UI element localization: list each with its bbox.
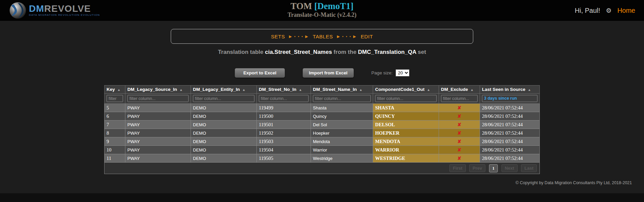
table-row[interactable]: 5 PWAY DEMO 119499 Shasta SHASTA ✘ 28/06… [105, 104, 540, 112]
cell-exclude-x-icon[interactable]: ✘ [439, 146, 480, 154]
copyright-notice: © Copyright by Data Migration Consultant… [516, 180, 632, 185]
col-label: Key [107, 87, 115, 92]
last-seen-status-filter[interactable]: 3 days since run [482, 95, 537, 102]
source-filter-input[interactable] [127, 95, 189, 102]
grid-body: 5 PWAY DEMO 119499 Shasta SHASTA ✘ 28/06… [105, 104, 540, 163]
col-header-dm-exclude[interactable]: DM_Exclude▲ [439, 86, 480, 94]
cell-legacy-source: PWAY [125, 137, 191, 146]
cell-legacy-entity: DEMO [191, 154, 257, 163]
cell-street-name: Hoepker [311, 129, 373, 137]
cell-exclude-x-icon[interactable]: ✘ [439, 104, 480, 112]
table-row[interactable]: 6 PWAY DEMO 119500 Quincy QUINCY ✘ 28/06… [105, 112, 540, 121]
cell-exclude-x-icon[interactable]: ✘ [439, 154, 480, 163]
pagination-prev-button[interactable]: Prev [469, 164, 485, 172]
logo-text: DMREVOLVE DATA MIGRATION REVOLUTION EVOL… [29, 4, 100, 16]
heading-set-name: DMC_Translation_QA [358, 49, 416, 55]
cell-exclude-x-icon[interactable]: ✘ [439, 121, 480, 129]
page-size-label: Page size: [371, 70, 393, 75]
cell-street-no: 119499 [257, 104, 311, 112]
entity-filter-input[interactable] [193, 95, 254, 102]
component-code-filter-input[interactable] [375, 95, 437, 102]
cell-exclude-x-icon[interactable]: ✘ [439, 129, 480, 137]
cell-legacy-source: PWAY [125, 129, 191, 137]
pagination-next-button[interactable]: Next [501, 164, 518, 172]
sort-asc-icon[interactable]: ▲ [299, 88, 302, 92]
cell-last-seen: 28/06/2021 07:52:44 [480, 121, 540, 129]
cell-component-code: QUINCY [373, 112, 439, 121]
sort-asc-icon[interactable]: ▲ [179, 88, 183, 92]
table-row[interactable]: 9 PWAY DEMO 119503 Mendota MENDOTA ✘ 28/… [105, 137, 540, 146]
col-header-last-seen-in-source[interactable]: Last Seen in Source▲ [480, 86, 540, 94]
col-header-dm-legacy-source-in[interactable]: DM_Legacy_Source_In▲ [125, 86, 191, 94]
col-header-componentcode1-out[interactable]: ComponentCode1_Out▲ [373, 86, 439, 94]
sort-asc-icon[interactable]: ▲ [117, 88, 121, 92]
street-no-filter-input[interactable] [259, 95, 309, 102]
table-row[interactable]: 10 PWAY DEMO 119504 Warrior WARRIOR ✘ 28… [105, 146, 540, 154]
filter-cell [105, 94, 125, 104]
sort-asc-icon[interactable]: ▲ [359, 88, 363, 92]
filter-cell [191, 94, 257, 104]
export-to-excel-button[interactable]: Export to Excel [235, 68, 285, 78]
table-row[interactable]: 11 PWAY DEMO 119505 Westridge WESTRIDGE … [105, 154, 540, 163]
cell-legacy-source: PWAY [125, 104, 191, 112]
cell-street-name: Warrior [311, 146, 373, 154]
toolbar: Export to Excel Import from Excel Page s… [0, 68, 644, 78]
table-row[interactable]: 7 PWAY DEMO 119501 Del Sol DELSOL ✘ 28/0… [105, 121, 540, 129]
pagination-page-1-button[interactable]: 1 [489, 164, 498, 172]
col-label: DM_Exclude [441, 87, 468, 92]
settings-gear-icon[interactable]: ⚙ [606, 7, 612, 14]
pagination-cell: First Prev 1 Next Last [105, 163, 540, 174]
sort-asc-icon[interactable]: ▲ [470, 88, 474, 92]
cell-last-seen: 28/06/2021 07:52:44 [480, 146, 540, 154]
logo-revolve: REVOLVE [44, 3, 91, 14]
cell-street-name: Quincy [311, 112, 373, 121]
cell-street-name: Mendota [311, 137, 373, 146]
cell-street-no: 119501 [257, 121, 311, 129]
table-row[interactable]: 8 PWAY DEMO 119502 Hoepker HOEPKER ✘ 28/… [105, 129, 540, 137]
cell-key: 7 [105, 121, 125, 129]
filter-cell [311, 94, 373, 104]
col-header-key[interactable]: Key▲ [105, 86, 125, 94]
cell-key: 11 [105, 154, 125, 163]
page-size-select[interactable]: 20 [396, 69, 409, 76]
cell-key: 6 [105, 112, 125, 121]
header-row: Key▲ DM_Legacy_Source_In▲ DM_Legacy_Enti… [105, 86, 540, 94]
col-header-dm-street-no-in[interactable]: DM_Street_No_In▲ [257, 86, 311, 94]
key-filter-input[interactable] [107, 95, 123, 102]
pagination-first-button[interactable]: First [449, 164, 466, 172]
import-from-excel-button[interactable]: Import from Excel [303, 68, 354, 78]
grid-wrap: Key▲ DM_Legacy_Source_In▲ DM_Legacy_Enti… [0, 85, 644, 174]
cell-street-no: 119500 [257, 112, 311, 121]
title-block: TOM [DemoT1] Translate-O-Matic (v2.4.2) [287, 1, 356, 19]
pagination-last-button[interactable]: Last [521, 164, 537, 172]
page: DMREVOLVE DATA MIGRATION REVOLUTION EVOL… [0, 0, 644, 202]
cell-legacy-entity: DEMO [191, 112, 257, 121]
cell-component-code: WARRIOR [373, 146, 439, 154]
col-header-dm-street-name-in[interactable]: DM_Street_Name_In▲ [311, 86, 373, 94]
col-label: DM_Legacy_Source_In [127, 87, 177, 92]
cell-last-seen: 28/06/2021 07:52:44 [480, 104, 540, 112]
globe-icon [9, 1, 27, 20]
cell-street-no: 119502 [257, 129, 311, 137]
col-header-dm-legacy-entity-in[interactable]: DM_Legacy_Entity_In▲ [191, 86, 257, 94]
cell-legacy-entity: DEMO [191, 104, 257, 112]
cell-exclude-x-icon[interactable]: ✘ [439, 137, 480, 146]
heading-prefix: Translation table [218, 49, 265, 55]
sort-asc-icon[interactable]: ▲ [427, 88, 430, 92]
exclude-filter-input[interactable] [441, 95, 478, 102]
cell-legacy-entity: DEMO [191, 129, 257, 137]
cell-component-code: WESTRIDGE [373, 154, 439, 163]
dmrevolve-logo[interactable]: DMREVOLVE DATA MIGRATION REVOLUTION EVOL… [9, 1, 100, 20]
breadcrumb-sets[interactable]: SETS [271, 34, 285, 39]
sort-asc-icon[interactable]: ▲ [528, 88, 531, 92]
cell-legacy-entity: DEMO [191, 137, 257, 146]
breadcrumb-tables[interactable]: TABLES [313, 34, 333, 39]
cell-legacy-source: PWAY [125, 112, 191, 121]
cell-exclude-x-icon[interactable]: ✘ [439, 112, 480, 121]
street-name-filter-input[interactable] [313, 95, 371, 102]
heading-middle: from the [332, 49, 358, 55]
col-label: DM_Street_Name_In [313, 87, 357, 92]
cell-street-name: Shasta [311, 104, 373, 112]
home-link[interactable]: Home [617, 7, 635, 14]
sort-asc-icon[interactable]: ▲ [242, 88, 246, 92]
